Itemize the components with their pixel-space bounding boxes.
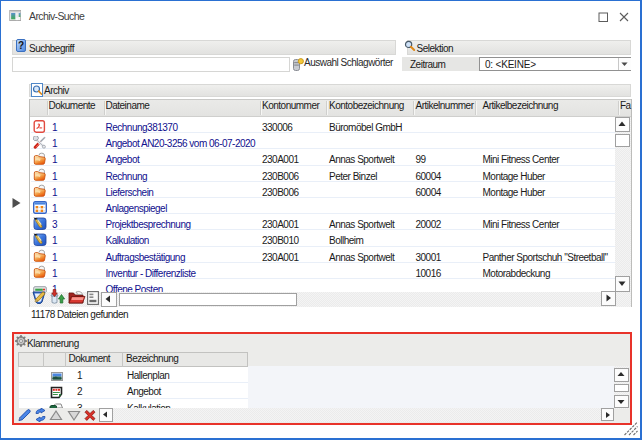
svg-text:?: ? xyxy=(17,40,23,51)
